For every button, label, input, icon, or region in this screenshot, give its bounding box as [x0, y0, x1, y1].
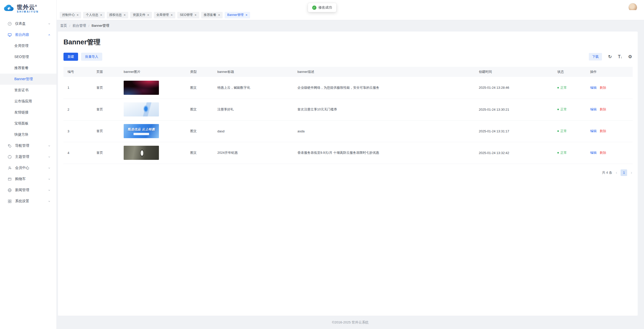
batch-import-button[interactable]: 批量导入 — [81, 53, 102, 61]
delete-link[interactable]: 删除 — [600, 86, 606, 89]
table-header-row: 编号页面banner图片类型banner标题banner描述创建时间状态操作 — [63, 67, 633, 77]
tab-label: 授权信息 — [109, 13, 122, 17]
cell-banner-image: 甄选优品 云上特惠 — [120, 120, 186, 142]
edit-link[interactable]: 编辑 — [590, 86, 597, 89]
status-dot-icon — [557, 130, 559, 132]
tab-close-icon[interactable]: ✕ — [100, 14, 102, 16]
tab-item[interactable]: Banner管理✕ — [225, 12, 250, 18]
cell-created: 2025-01-24 13:28:46 — [475, 77, 553, 99]
sidebar-subitem[interactable]: 资质证书 — [0, 85, 56, 96]
sidebar-item-label: 主题管理 — [15, 155, 48, 159]
sidebar-subitem[interactable]: 推荐套餐 — [0, 63, 56, 74]
globe-icon — [8, 188, 12, 192]
brand-logo: 世外云® SHIWAIYUN — [0, 0, 56, 15]
download-button[interactable]: 下载 — [589, 53, 602, 61]
sidebar-item[interactable]: 系统设置 — [0, 196, 56, 207]
delete-link[interactable]: 删除 — [600, 151, 606, 155]
sidebar-subitem-label: SEO管理 — [14, 55, 29, 59]
table-row: 4首页图文2024开年钜惠香港服务器低至9.9元/月 十堰高防云服务器限时七折优… — [63, 142, 633, 164]
sidebar-subitem-label: 资质证书 — [14, 88, 28, 93]
cell-status: 正常 — [553, 120, 586, 142]
banner-image-text: 甄选优品 云上特惠 — [128, 127, 155, 132]
tab-item[interactable]: 授权信息✕ — [107, 12, 128, 18]
cell-type: 图文 — [186, 142, 213, 164]
sidebar-subitem-label: 宝塔面板 — [14, 121, 28, 126]
settings-gear-icon[interactable]: ⚙ — [628, 54, 632, 59]
sidebar-item-label: 会员中心 — [15, 166, 48, 170]
footer: ©2016-2025 世外云系统 — [57, 316, 644, 329]
tab-close-icon[interactable]: ✕ — [218, 14, 220, 16]
delete-link[interactable]: 删除 — [600, 107, 606, 111]
cell-desc: 首次注册立享10元无门槛券 — [293, 99, 475, 120]
cell-page: 首页 — [92, 120, 120, 142]
cell-page: 首页 — [92, 99, 120, 120]
sidebar-item[interactable]: 仪表盘 — [0, 18, 56, 29]
pagination-total: 共 4 条 — [602, 170, 612, 175]
sidebar-subitem[interactable]: 友情链接 — [0, 107, 56, 118]
tab-close-icon[interactable]: ✕ — [171, 14, 173, 16]
edit-link[interactable]: 编辑 — [590, 151, 597, 155]
cell-page: 首页 — [92, 77, 120, 99]
tab-item[interactable]: 控制中心✕ — [60, 12, 81, 18]
sidebar-subitem-label: 云市场应用 — [14, 99, 32, 104]
cell-title: 2024开年钜惠 — [213, 142, 293, 164]
sidebar-item[interactable]: 会员中心 — [0, 162, 56, 173]
text-size-icon[interactable]: T↕ — [618, 54, 622, 59]
breadcrumb-item[interactable]: 首页 — [60, 23, 67, 28]
cell-id: 4 — [63, 142, 92, 164]
current-page-button[interactable]: 1 — [621, 169, 627, 176]
sidebar-subitem[interactable]: 宝塔面板 — [0, 118, 56, 129]
column-header: banner描述 — [293, 67, 475, 77]
sidebar-subitem[interactable]: Banner管理 — [0, 74, 56, 85]
banner-image — [124, 102, 159, 116]
status-text: 正常 — [560, 85, 567, 90]
tab-label: 推荐套餐 — [204, 13, 216, 17]
tab-label: 全局管理 — [156, 13, 169, 17]
breadcrumb-item[interactable]: 前台管理 — [73, 23, 86, 28]
new-button[interactable]: 新建 — [63, 53, 78, 61]
tab-item[interactable]: 全局管理✕ — [154, 12, 175, 18]
column-header: 类型 — [186, 67, 213, 77]
tag-icon — [8, 144, 12, 148]
sidebar-item[interactable]: 前台内容 — [0, 29, 56, 40]
prev-page-button[interactable]: ‹ — [616, 170, 617, 175]
tab-close-icon[interactable]: ✕ — [147, 14, 149, 16]
sidebar-item[interactable]: 新闻管理 — [0, 185, 56, 196]
chevron-down-icon — [48, 155, 51, 159]
top-header — [57, 0, 644, 10]
edit-link[interactable]: 编辑 — [590, 129, 597, 133]
banner-image: 甄选优品 云上特惠 — [124, 124, 159, 138]
tab-close-icon[interactable]: ✕ — [124, 14, 126, 16]
cell-banner-image — [120, 99, 186, 120]
tags-bar: 控制中心✕个人信息✕授权信息✕资源文件✕全局管理✕SEO管理✕推荐套餐✕Bann… — [57, 10, 644, 20]
tab-close-icon[interactable]: ✕ — [77, 14, 79, 16]
chevron-down-icon — [48, 177, 51, 181]
cell-id: 2 — [63, 99, 92, 120]
next-page-button[interactable]: › — [631, 170, 632, 175]
delete-link[interactable]: 删除 — [600, 129, 606, 133]
tab-close-icon[interactable]: ✕ — [245, 14, 247, 16]
action-bar: 新建 批量导入 下载 ↻ T↕ ⚙ — [63, 53, 632, 61]
tab-item[interactable]: 资源文件✕ — [130, 12, 152, 18]
column-header: 状态 — [553, 67, 586, 77]
tab-item[interactable]: SEO管理✕ — [177, 12, 199, 18]
sidebar-subitem-label: 快捷方块 — [14, 132, 28, 137]
sidebar-subitem[interactable]: 云市场应用 — [0, 96, 56, 107]
tab-label: SEO管理 — [180, 13, 193, 17]
cell-title: 注册享好礼 — [213, 99, 293, 120]
sidebar-item[interactable]: 购物车 — [0, 173, 56, 185]
sidebar-subitem[interactable]: SEO管理 — [0, 51, 56, 63]
sidebar-subitem[interactable]: 快捷方块 — [0, 129, 56, 140]
tab-item[interactable]: 推荐套餐✕ — [201, 12, 223, 18]
tab-item[interactable]: 个人信息✕ — [83, 12, 105, 18]
sidebar-item[interactable]: 主题管理 — [0, 151, 56, 162]
sidebar-subitem[interactable]: 全局管理 — [0, 40, 56, 51]
sidebar-item[interactable]: 导航管理 — [0, 140, 56, 151]
tab-close-icon[interactable]: ✕ — [194, 14, 196, 16]
edit-link[interactable]: 编辑 — [590, 107, 597, 111]
cell-actions: 编辑删除 — [586, 77, 633, 99]
refresh-icon[interactable]: ↻ — [608, 54, 612, 59]
chevron-up-icon — [48, 33, 51, 37]
sidebar-subitem-label: Banner管理 — [14, 77, 33, 81]
cell-created: 2025-01-24 13:30:21 — [475, 99, 553, 120]
